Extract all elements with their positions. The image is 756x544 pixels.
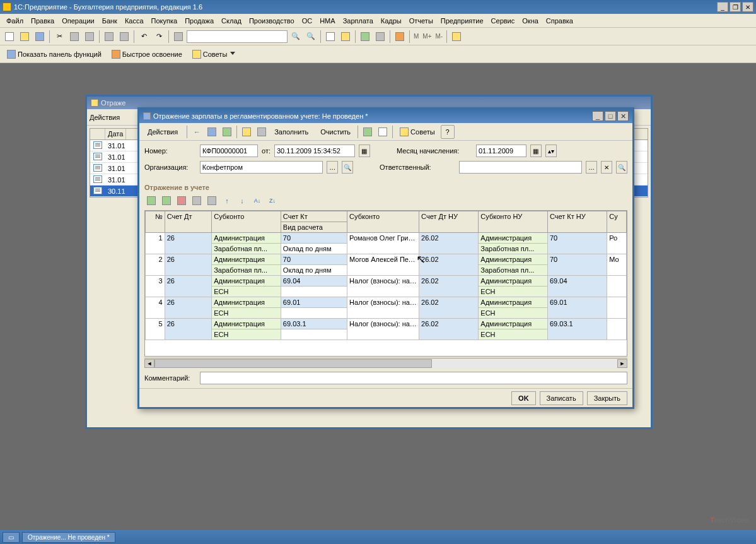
date-picker-icon[interactable]: ▦ bbox=[359, 145, 370, 157]
search-input[interactable] bbox=[187, 30, 288, 43]
minimize-button[interactable]: _ bbox=[717, 2, 728, 12]
grid-icon[interactable] bbox=[373, 30, 387, 44]
org-select-icon[interactable]: … bbox=[327, 161, 338, 174]
menu-service[interactable]: Сервис bbox=[487, 15, 519, 27]
print-icon[interactable] bbox=[102, 30, 116, 44]
open-icon[interactable] bbox=[18, 30, 32, 44]
org-input[interactable]: Конфетпром bbox=[200, 161, 323, 174]
resp-clear-icon[interactable]: ✕ bbox=[601, 161, 612, 174]
quick-start-button[interactable]: Быстрое освоение bbox=[107, 47, 187, 61]
col-acc-kt-nu[interactable]: Счет Кт НУ bbox=[547, 211, 607, 233]
col-calc-type[interactable]: Вид расчета bbox=[281, 222, 347, 233]
calc-icon[interactable] bbox=[172, 30, 185, 44]
tips-button[interactable]: Советы bbox=[188, 47, 240, 61]
col-su[interactable]: Су bbox=[607, 211, 627, 233]
col-date[interactable]: Дата bbox=[105, 129, 126, 139]
menu-windows[interactable]: Окна bbox=[518, 15, 542, 27]
doc-icon[interactable] bbox=[323, 30, 337, 44]
grid-row[interactable]: 526Администрация69.03.1Налог (взносы): н… bbox=[146, 319, 627, 329]
menu-file[interactable]: Файл bbox=[3, 15, 27, 27]
nav-back-icon[interactable] bbox=[190, 125, 204, 139]
actions-button[interactable]: Действия bbox=[143, 125, 184, 139]
dialog-titlebar[interactable]: Отражение зарплаты в регламентированном … bbox=[139, 109, 632, 123]
dt-kt-icon[interactable] bbox=[361, 125, 375, 139]
menu-os[interactable]: ОС bbox=[298, 15, 317, 27]
show-panel-button[interactable]: Показать панель функций bbox=[3, 47, 106, 61]
grid-row[interactable]: 226Администрация70Могов Алексей Петрович… bbox=[146, 254, 627, 265]
help-icon[interactable] bbox=[339, 30, 352, 44]
sort-asc-icon[interactable]: A↓ bbox=[250, 194, 264, 208]
dialog-tips-button[interactable]: Советы bbox=[395, 125, 439, 139]
grid-row[interactable]: 426Администрация69.01Налог (взносы): нач… bbox=[146, 297, 627, 308]
resp-search-icon[interactable]: 🔍 bbox=[616, 161, 627, 174]
delete-row-icon[interactable] bbox=[175, 194, 189, 208]
user-icon[interactable] bbox=[393, 30, 407, 44]
menu-reports[interactable]: Отчеты bbox=[405, 15, 437, 27]
menu-sale[interactable]: Продажа bbox=[181, 15, 218, 27]
col-acc-dt-nu[interactable]: Счет Дт НУ bbox=[419, 211, 479, 233]
copy-icon[interactable] bbox=[67, 30, 81, 44]
sort-desc-icon[interactable]: Z↓ bbox=[265, 194, 279, 208]
tools-icon[interactable] bbox=[450, 30, 463, 44]
menu-cash[interactable]: Касса bbox=[121, 15, 148, 27]
grid-scrollbar[interactable]: ◄ ► bbox=[144, 358, 627, 368]
col-subconto[interactable]: Субконто bbox=[212, 211, 281, 233]
menu-salary[interactable]: Зарплата bbox=[339, 15, 377, 27]
move-up-icon[interactable] bbox=[220, 194, 234, 208]
menu-bank[interactable]: Банк bbox=[98, 15, 121, 27]
menu-edit[interactable]: Правка bbox=[27, 15, 58, 27]
menu-operations[interactable]: Операции bbox=[58, 15, 98, 27]
menu-help[interactable]: Справка bbox=[542, 15, 577, 27]
accounting-grid[interactable]: № Счет Дт Субконто Счет Кт Субконто Счет… bbox=[145, 211, 627, 340]
dialog-close-button[interactable]: ✕ bbox=[617, 111, 629, 121]
menu-personnel[interactable]: Кадры bbox=[377, 15, 405, 27]
resp-input[interactable] bbox=[459, 161, 582, 174]
scale-m-plus[interactable]: M+ bbox=[421, 33, 433, 40]
number-input[interactable]: КФП00000001 bbox=[200, 145, 258, 157]
menu-production[interactable]: Производство bbox=[245, 15, 298, 27]
col-acc-kt[interactable]: Счет Кт bbox=[281, 211, 347, 222]
preview-icon[interactable] bbox=[117, 30, 131, 44]
close-button[interactable]: ✕ bbox=[742, 2, 753, 12]
ok-button[interactable]: OK bbox=[511, 391, 536, 405]
find-next-icon[interactable]: 🔍 bbox=[304, 30, 318, 44]
menu-purchase[interactable]: Покупка bbox=[148, 15, 182, 27]
copy-row-icon[interactable] bbox=[190, 194, 204, 208]
scroll-thumb[interactable] bbox=[154, 359, 432, 368]
taskbar-item[interactable]: ▭ bbox=[3, 532, 20, 543]
dialog-help-icon[interactable]: ? bbox=[441, 125, 455, 139]
grid-row[interactable]: 126Администрация70Романов Олег Григорьев… bbox=[146, 233, 627, 244]
redo-icon[interactable]: ↷ bbox=[152, 30, 166, 44]
post-icon[interactable] bbox=[220, 125, 234, 139]
col-num[interactable]: № bbox=[146, 211, 165, 233]
paste-icon[interactable] bbox=[83, 30, 96, 44]
date-input[interactable]: 30.11.2009 15:34:52 bbox=[274, 145, 355, 157]
month-input[interactable]: 01.11.2009 bbox=[476, 145, 526, 157]
col-acc-dt[interactable]: Счет Дт bbox=[165, 211, 212, 233]
clear-button[interactable]: Очистить bbox=[316, 125, 355, 139]
folder-open-icon[interactable] bbox=[240, 125, 253, 139]
col-subconto2[interactable]: Субконто bbox=[347, 211, 419, 233]
edit-row-icon[interactable] bbox=[205, 194, 219, 208]
menu-warehouse[interactable]: Склад bbox=[218, 15, 245, 27]
new-doc-icon[interactable] bbox=[3, 30, 16, 44]
dialog-maximize-button[interactable]: □ bbox=[605, 111, 616, 121]
restore-button[interactable]: ❐ bbox=[730, 2, 741, 12]
dialog-minimize-button[interactable]: _ bbox=[592, 111, 603, 121]
cut-icon[interactable]: ✂ bbox=[52, 30, 66, 44]
save-button[interactable]: Записать bbox=[540, 391, 583, 405]
add-row-icon[interactable] bbox=[144, 194, 158, 208]
menu-enterprise[interactable]: Предприятие bbox=[437, 15, 487, 27]
menu-nma[interactable]: НМА bbox=[316, 15, 339, 27]
find-icon[interactable]: 🔍 bbox=[289, 30, 303, 44]
insert-row-icon[interactable] bbox=[160, 194, 173, 208]
move-down-icon[interactable] bbox=[235, 194, 249, 208]
month-picker-icon[interactable]: ▦ bbox=[530, 145, 542, 157]
month-stepper-icon[interactable]: ▴▾ bbox=[545, 145, 557, 157]
fill-button[interactable]: Заполнить bbox=[270, 125, 315, 139]
resp-select-icon[interactable]: … bbox=[586, 161, 597, 174]
scroll-left-icon[interactable]: ◄ bbox=[144, 359, 154, 368]
undo-icon[interactable]: ↶ bbox=[137, 30, 151, 44]
org-search-icon[interactable]: 🔍 bbox=[342, 161, 353, 174]
report-icon[interactable] bbox=[376, 125, 390, 139]
